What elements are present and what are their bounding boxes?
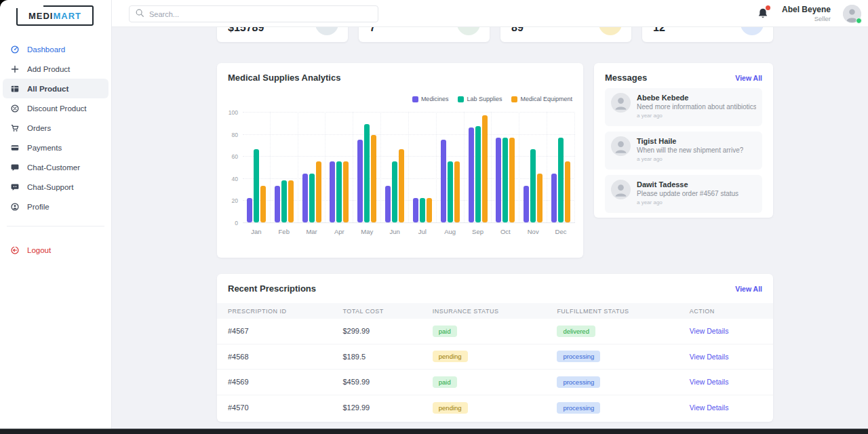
bar-medicines (247, 198, 252, 222)
messages-view-all-link[interactable]: View All (735, 74, 762, 82)
window-bottom-bar (0, 429, 868, 434)
bar-lab-supplies (502, 138, 508, 223)
search-icon (135, 8, 144, 20)
x-axis-label: Sep (465, 228, 492, 235)
y-axis-tick: 80 (232, 132, 238, 138)
bar-lab-supplies (420, 198, 425, 222)
message-body: Abebe KebedeNeed more information about … (637, 93, 756, 121)
sidebar-divider (7, 226, 104, 226)
sidebar-item-label: All Product (27, 85, 68, 93)
bar-group-jan: Jan (243, 112, 270, 222)
insurance-status-cell: pending (433, 351, 557, 362)
legend-item-lab-supplies: Lab Supplies (458, 96, 502, 102)
sidebar-item-add-product[interactable]: Add Product (3, 59, 108, 79)
prescriptions-view-all-link[interactable]: View All (735, 285, 762, 293)
dashboard-icon (9, 44, 20, 54)
view-details-link[interactable]: View Details (690, 378, 762, 386)
user-info: Abel Beyene Seller (782, 5, 831, 23)
sidebar-item-profile[interactable]: Profile (3, 197, 108, 216)
x-axis-label: Apr (326, 228, 353, 235)
search-box[interactable] (129, 5, 378, 22)
bar-group-aug: Aug (436, 112, 464, 222)
online-status-dot (856, 18, 862, 24)
legend-label: Lab Supplies (467, 96, 502, 102)
fulfillment-status-cell: processing (557, 376, 689, 388)
main-content: $1578978912 Medical Supplies Analytics M… (112, 0, 868, 429)
user-avatar[interactable] (843, 5, 861, 23)
bar-medical-equipment (565, 161, 570, 222)
table-row: #4570$129.99pendingprocessingView Detail… (217, 395, 773, 421)
bar-medicines (441, 140, 446, 222)
sidebar-item-label: Profile (27, 203, 50, 211)
bar-lab-supplies (475, 126, 481, 222)
table-body: #4567$299.99paiddeliveredView Details#45… (217, 319, 773, 420)
credit-card-icon (9, 142, 20, 153)
column-header: TOTAL COST (342, 308, 432, 315)
bar-medical-equipment (427, 198, 432, 222)
cart-icon (9, 123, 20, 133)
bar-lab-supplies (281, 180, 287, 222)
sidebar-item-label: Logout (27, 246, 51, 254)
view-details-link[interactable]: View Details (690, 353, 762, 361)
message-item[interactable]: Abebe KebedeNeed more information about … (605, 88, 762, 126)
x-axis-label: Dec (547, 228, 574, 235)
message-item[interactable]: Dawit TadessePlease update order #4567 s… (605, 175, 762, 213)
sidebar-item-label: Chat-Customer (27, 163, 80, 172)
logo-part-1: MEDI (28, 11, 54, 21)
legend-swatch (511, 96, 517, 102)
column-header: INSURANCE STATUS (433, 308, 557, 315)
sidebar-item-chat-customer[interactable]: Chat-Customer (3, 157, 108, 177)
window-corner-artifact (0, 0, 43, 8)
bar-medical-equipment (454, 161, 460, 222)
sidebar-item-dashboard[interactable]: Dashboard (3, 39, 108, 59)
message-avatar (611, 180, 631, 199)
insurance-status-cell: pending (433, 402, 557, 414)
chart-title: Medical Supplies Analytics (228, 73, 340, 83)
column-header: ACTION (690, 308, 762, 315)
bar-lab-supplies (392, 161, 397, 222)
bar-medicines (302, 174, 308, 222)
sidebar-item-discount-product[interactable]: Discount Product (3, 98, 108, 118)
insurance-status-badge: paid (433, 376, 457, 388)
notification-bell-icon[interactable] (756, 7, 770, 20)
x-axis-label: Mar (298, 228, 326, 235)
sidebar-item-label: Chat-Support (27, 183, 73, 191)
sidebar-item-label: Add Product (27, 65, 70, 73)
sidebar-item-payments[interactable]: Payments (3, 138, 108, 157)
message-avatar (611, 93, 631, 113)
search-input[interactable] (149, 10, 372, 18)
view-details-link[interactable]: View Details (690, 403, 762, 412)
x-axis-label: Oct (492, 228, 519, 235)
bar-group-feb: Feb (270, 112, 298, 222)
bar-group-jul: Jul (408, 112, 436, 222)
legend-label: Medical Equipment (520, 96, 572, 102)
sidebar-item-logout[interactable]: Logout (3, 240, 108, 260)
fulfillment-status-cell: delivered (557, 326, 689, 337)
sidebar-item-chat-support[interactable]: Chat-Support (3, 177, 108, 197)
message-time: a year ago (637, 113, 756, 119)
message-sender: Dawit Tadesse (637, 180, 738, 189)
fulfillment-status-badge: processing (557, 351, 600, 362)
bar-medicines (275, 186, 280, 222)
sidebar-item-all-product[interactable]: All Product (3, 79, 108, 98)
sidebar-item-orders[interactable]: Orders (3, 118, 108, 138)
message-item[interactable]: Tigist HaileWhen will the new shipment a… (605, 132, 762, 170)
prescriptions-title: Recent Prescriptions (228, 283, 316, 294)
message-preview: Need more information about antibiotics … (637, 103, 756, 111)
discount-icon (9, 103, 20, 113)
bar-group-sep: Sep (464, 112, 492, 222)
bar-medicines (469, 127, 474, 222)
logo[interactable]: MEDIMART (16, 5, 94, 26)
legend-swatch (412, 96, 418, 102)
bar-lab-supplies (309, 174, 315, 222)
bar-group-nov: Nov (519, 112, 547, 222)
legend-label: Medicines (421, 96, 449, 102)
sidebar-item-label: Orders (27, 124, 51, 132)
total-cost-cell: $129.99 (342, 403, 432, 412)
message-preview: When will the new shipment arrive? (637, 146, 743, 154)
table-header-row: PRESCRIPTION IDTOTAL COSTINSURANCE STATU… (217, 303, 773, 319)
view-details-link[interactable]: View Details (690, 327, 762, 335)
bar-medical-equipment (316, 161, 321, 222)
x-axis-label: Jan (243, 228, 270, 235)
message-body: Tigist HaileWhen will the new shipment a… (637, 136, 743, 165)
